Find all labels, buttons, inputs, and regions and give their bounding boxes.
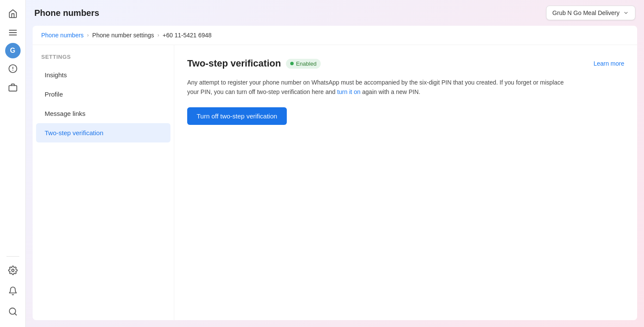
breadcrumb-phone-numbers[interactable]: Phone numbers xyxy=(41,32,84,39)
sidebar-item-two-step-verification[interactable]: Two-step verification xyxy=(36,123,170,142)
breadcrumb-phone-number-settings: Phone number settings xyxy=(92,32,154,39)
svg-line-9 xyxy=(15,313,16,315)
page-title: Phone numbers xyxy=(34,8,99,18)
sidebar-item-insights[interactable]: Insights xyxy=(36,65,170,85)
enabled-badge: Enabled xyxy=(286,59,321,69)
tsv-description: Any attempt to register your phone numbe… xyxy=(187,78,574,97)
enabled-badge-text: Enabled xyxy=(296,61,316,67)
svg-rect-6 xyxy=(9,85,16,91)
avatar[interactable]: G xyxy=(5,43,21,58)
enabled-dot-icon xyxy=(290,62,294,65)
search-icon[interactable] xyxy=(4,303,21,320)
settings-icon[interactable] xyxy=(4,262,21,279)
main-area: Phone numbers Grub N Go Meal Delivery Ph… xyxy=(26,0,644,327)
left-sidebar: G xyxy=(0,0,26,327)
learn-more-link[interactable]: Learn more xyxy=(593,60,624,67)
tsv-title-row: Two-step verification Enabled xyxy=(187,58,321,69)
notifications-icon[interactable] xyxy=(4,282,21,300)
analytics-icon[interactable] xyxy=(4,60,21,77)
top-header: Phone numbers Grub N Go Meal Delivery xyxy=(26,0,644,26)
settings-label: Settings xyxy=(33,54,174,65)
briefcase-icon[interactable] xyxy=(4,79,21,96)
menu-icon[interactable] xyxy=(4,24,21,41)
breadcrumb-sep-1: › xyxy=(87,32,89,38)
home-icon[interactable] xyxy=(4,5,21,22)
account-name: Grub N Go Meal Delivery xyxy=(553,9,620,16)
content-panel: Two-step verification Enabled Learn more… xyxy=(174,45,637,320)
breadcrumb: Phone numbers › Phone number settings › … xyxy=(33,26,637,45)
settings-sidebar: Settings Insights Profile Message links … xyxy=(33,45,174,320)
sidebar-item-message-links[interactable]: Message links xyxy=(36,104,170,123)
sidebar-item-profile[interactable]: Profile xyxy=(36,85,170,104)
turn-off-button[interactable]: Turn off two-step verification xyxy=(187,107,287,125)
sidebar-divider xyxy=(6,256,19,257)
svg-point-7 xyxy=(12,269,14,272)
tsv-header: Two-step verification Enabled Learn more xyxy=(187,58,624,69)
breadcrumb-phone-number: +60 11-5421 6948 xyxy=(163,32,212,39)
account-selector[interactable]: Grub N Go Meal Delivery xyxy=(546,6,635,20)
tsv-description-part2: again with a new PIN. xyxy=(361,88,420,95)
dropdown-arrow-icon xyxy=(623,10,629,16)
tsv-title: Two-step verification xyxy=(187,58,281,69)
content-wrapper: Phone numbers › Phone number settings › … xyxy=(26,26,644,327)
turn-it-on-link[interactable]: turn it on xyxy=(337,88,360,95)
breadcrumb-sep-2: › xyxy=(158,32,159,38)
main-panel: Settings Insights Profile Message links … xyxy=(33,45,637,320)
